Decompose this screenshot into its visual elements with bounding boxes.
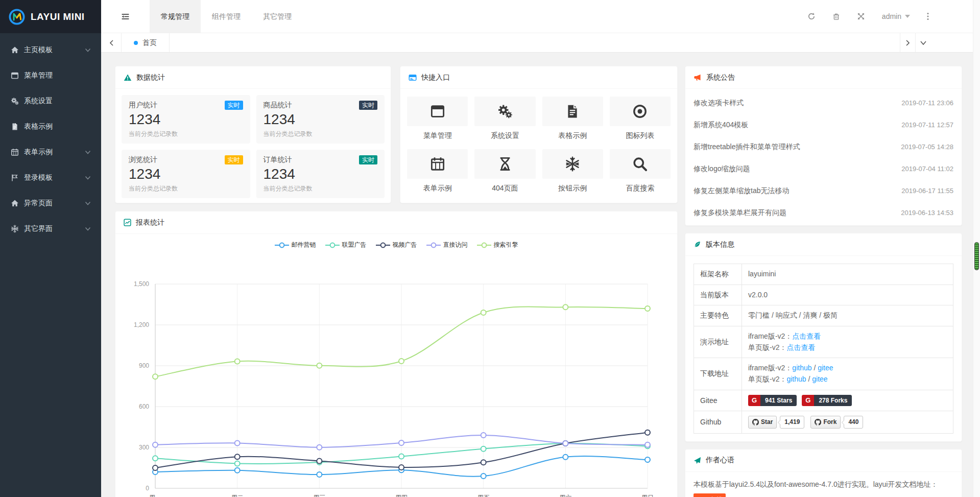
stat-card-用户统计: 用户统计实时1234当前分类总记录数 [122,95,250,144]
link-github[interactable]: github [786,375,806,383]
version-row-下载地址: 下载地址iframe版-v2：github / gitee单页版-v2：gith… [694,358,953,390]
link-点击查看[interactable]: 点击查看 [786,343,815,351]
sidebar-item-登录模板[interactable]: 登录模板 [0,165,101,191]
content-left-column: 数据统计 用户统计实时1234当前分类总记录数商品统计实时1234当前分类总记录… [115,66,678,497]
version-row-label: 演示地址 [694,326,742,358]
logo-mark-icon [8,8,26,26]
sidebar-item-系统设置[interactable]: 系统设置 [0,88,101,114]
user-menu[interactable]: admin [882,12,910,20]
svg-text:周六: 周六 [559,494,571,497]
sidebar-item-主页模板[interactable]: 主页模板 [0,37,101,63]
sidebar-item-其它界面[interactable]: 其它界面 [0,216,101,242]
chevron-down-icon [85,47,91,53]
header-nav-tabs: 常规管理组件管理其它管理 [150,0,303,33]
gitee-badge-941 Stars[interactable]: G941 Stars [748,395,797,406]
quick-entry-图标列表[interactable]: 图标列表 [610,97,671,140]
legend-marker-icon [426,242,441,248]
stat-card-浏览统计: 浏览统计实时1234当前分类总记录数 [122,150,250,198]
link-点击查看[interactable]: 点击查看 [792,332,821,340]
quick-entry-按钮示例[interactable]: 按钮示例 [542,149,603,193]
header-tab-组件管理[interactable]: 组件管理 [201,0,252,33]
announcement-date: 2019-06-17 11:55 [901,187,953,195]
sidebar-toggle-icon[interactable] [101,0,150,33]
sidebar-item-菜单管理[interactable]: 菜单管理 [0,63,101,88]
announcement-date: 2019-07-11 12:57 [901,121,953,129]
stat-card-商品统计: 商品统计实时1234当前分类总记录数 [256,95,385,144]
legend-item-视频广告[interactable]: 视频广告 [376,241,417,249]
sidebar-item-label: 表格示例 [24,122,53,131]
version-row-value: layuimini [742,264,953,285]
legend-item-直接访问[interactable]: 直接访问 [426,241,468,249]
link-github[interactable]: github [792,364,811,372]
scrollbar-thumb[interactable] [974,242,979,270]
tab-home[interactable]: 首页 [122,33,170,52]
vertical-scrollbar [973,0,980,497]
announcement-date: 2019-07-04 11:02 [901,165,953,173]
version-row-value: v2.0.0 [742,285,953,305]
flag-icon [10,174,19,182]
value-text: iframe版-v2： [748,364,792,372]
status-badge: 实时 [359,101,377,110]
version-row-label: Gitee [694,390,742,411]
quick-entry-表单示例[interactable]: 表单示例 [407,149,468,193]
github-star-button[interactable]: Star1,419 [748,416,804,429]
quick-entry-菜单管理[interactable]: 菜单管理 [407,97,468,140]
quick-entry-百度搜索[interactable]: 百度搜索 [610,149,671,193]
snowflake-icon [565,156,580,172]
gitee-badge-278 Forks[interactable]: G278 Forks [802,395,852,406]
tab-scroll-left-button[interactable] [101,33,122,52]
warning-triangle-icon [124,74,132,82]
author-intro-text: 本模板基于layui2.5.4以及font-awesome-4.7.0进行实现。… [694,479,953,490]
announcement-item: 新增系统404模板2019-07-11 12:57 [694,114,953,136]
tab-scroll-right-button[interactable] [900,33,915,52]
quick-entry-404页面[interactable]: 404页面 [474,149,535,193]
window-icon [10,72,19,80]
refresh-icon[interactable] [807,12,816,20]
chevron-down-icon [85,149,91,155]
sidebar-item-异常页面[interactable]: 异常页面 [0,191,101,216]
header-tab-其它管理[interactable]: 其它管理 [252,0,303,33]
version-row-value: G941 StarsG278 Forks [742,390,953,411]
app-logo[interactable]: LAYUI MINI [0,0,101,33]
file-icon [10,123,19,131]
legend-item-联盟广告[interactable]: 联盟广告 [325,241,367,249]
sidebar-item-表单示例[interactable]: 表单示例 [0,139,101,165]
dotcircle-icon [632,104,648,119]
ellipsis-vertical-icon[interactable] [927,12,929,20]
svg-text:1,200: 1,200 [134,321,149,328]
status-badge: 实时 [225,101,243,110]
sidebar-item-label: 其它界面 [24,224,53,233]
svg-text:周四: 周四 [395,494,408,497]
quick-entry-label: 图标列表 [610,131,671,140]
quick-entry-label: 系统设置 [474,131,535,140]
caret-down-icon [905,15,910,18]
trash-icon[interactable] [832,13,840,20]
fullscreen-icon[interactable] [857,12,865,20]
quick-entry-表格示例[interactable]: 表格示例 [542,97,603,140]
link-gitee[interactable]: gitee [818,364,833,372]
gears-icon [497,104,513,119]
announcement-item: 修复多模块菜单栏展开有问题2019-06-13 14:53 [694,202,953,224]
header-tab-常规管理[interactable]: 常规管理 [150,0,201,33]
calendar-icon [10,148,19,156]
legend-item-搜索引擎[interactable]: 搜索引擎 [477,241,518,249]
stat-title: 商品统计 [264,101,292,110]
link-gitee[interactable]: gitee [812,375,827,383]
window-icon [430,104,445,119]
tab-operations-dropdown[interactable] [915,33,930,52]
layui-doc-badge[interactable]: layui文档 [694,493,726,497]
legend-item-邮件营销[interactable]: 邮件营销 [275,241,316,249]
version-row-主要特色: 主要特色零门槛 / 响应式 / 清爽 / 极简 [694,305,953,326]
svg-text:周五: 周五 [477,494,490,497]
sidebar-item-表格示例[interactable]: 表格示例 [0,114,101,139]
value-text: iframe版-v2： [748,332,792,340]
github-fork-button[interactable]: Fork440 [810,416,863,429]
sidebar-menu: 主页模板菜单管理系统设置表格示例表单示例登录模板异常页面其它界面 [0,33,101,242]
stat-desc: 当前分类总记录数 [264,130,378,138]
announcement-date: 2019-07-11 23:06 [901,99,953,107]
logo-text: LAYUI MINI [31,11,85,22]
file-icon [565,104,580,119]
quick-entry-系统设置[interactable]: 系统设置 [474,97,535,140]
version-row-label: 下载地址 [694,358,742,390]
search-icon [632,156,648,172]
